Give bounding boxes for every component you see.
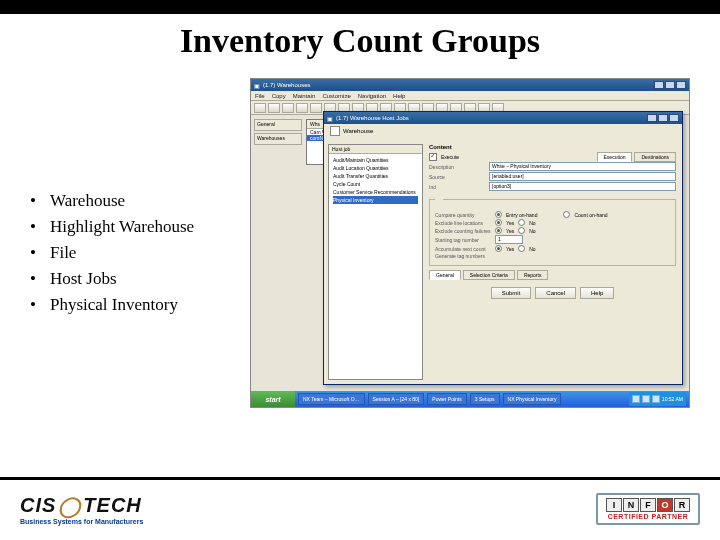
radio-no[interactable] xyxy=(518,227,525,234)
bullet-list: Warehouse Highlight Warehouse File Host … xyxy=(30,188,250,408)
tray-icon[interactable] xyxy=(652,395,660,403)
tray-icon[interactable] xyxy=(642,395,650,403)
taskbar-item[interactable]: NX Physical Inventory xyxy=(503,393,562,405)
slide-top-bar xyxy=(0,0,720,14)
toolbar-button[interactable] xyxy=(254,103,266,113)
toolbar-button[interactable] xyxy=(296,103,308,113)
col-whs[interactable]: Whs xyxy=(307,120,324,128)
bullet-item: Highlight Warehouse xyxy=(30,214,250,240)
accumulate-label: Accumulate next count xyxy=(435,246,491,252)
starting-tag-field[interactable]: 1 xyxy=(495,235,523,244)
cancel-button[interactable]: Cancel xyxy=(535,287,576,299)
system-tray[interactable]: 10:52 AM xyxy=(629,392,686,406)
cistech-logo: CIS◯TECH Business Systems for Manufactur… xyxy=(20,494,143,525)
menu-copy[interactable]: Copy xyxy=(272,93,286,99)
inner-window: ▣ (1.7) Warehouse Host Jobs Warehouse Ho… xyxy=(323,111,683,385)
close-icon[interactable] xyxy=(676,81,686,89)
content-label: Content xyxy=(429,144,676,150)
compare-opt2: Count on-hand xyxy=(574,212,607,218)
taskbar-item[interactable]: NX Team – Microsoft O… xyxy=(298,393,365,405)
yes-label: Yes xyxy=(506,220,514,226)
menu-maintain[interactable]: Maintain xyxy=(293,93,316,99)
menu-file[interactable]: File xyxy=(255,93,265,99)
tab-general[interactable]: General xyxy=(429,270,461,280)
submit-button[interactable]: Submit xyxy=(491,287,532,299)
tree-item[interactable]: Cycle Count xyxy=(333,180,418,188)
tab-execution[interactable]: Execution xyxy=(597,152,633,162)
compare-radio-count[interactable] xyxy=(563,211,570,218)
source-field[interactable]: [enabled:user] xyxy=(489,172,676,181)
yes-label: Yes xyxy=(506,246,514,252)
tab-destinations[interactable]: Destinations xyxy=(634,152,676,162)
outer-window: ▣ (1.7) Warehouses File Copy Maintain Cu… xyxy=(251,79,689,407)
radio-no[interactable] xyxy=(518,245,525,252)
menu-help[interactable]: Help xyxy=(393,93,405,99)
tree-item[interactable]: Audit Transfer Quantities xyxy=(333,172,418,180)
ind-field[interactable]: [option3] xyxy=(489,182,676,191)
maximize-icon[interactable] xyxy=(665,81,675,89)
starting-tag-label: Starting tag number xyxy=(435,237,491,243)
tab-reports[interactable]: Reports xyxy=(517,270,549,280)
tray-icon[interactable] xyxy=(632,395,640,403)
tab-selection-criteria[interactable]: Selection Criteria xyxy=(463,270,515,280)
tree-item[interactable]: Audit/Maintain Quantities xyxy=(333,156,418,164)
app-icon: ▣ xyxy=(254,82,260,89)
taskbar-item[interactable]: 3 Setups xyxy=(470,393,500,405)
slide-title: Inventory Count Groups xyxy=(0,22,720,60)
infor-tag: CERTIFIED PARTNER xyxy=(606,513,690,520)
window-controls[interactable] xyxy=(653,81,686,90)
taskbar-item[interactable]: Power Points xyxy=(427,393,466,405)
toolbar-button[interactable] xyxy=(268,103,280,113)
tree-item[interactable]: Customer Service Recommendations xyxy=(333,188,418,196)
tree-item-selected[interactable]: Physical Inventory xyxy=(333,196,418,204)
footer-divider xyxy=(0,477,720,480)
radio-no[interactable] xyxy=(518,219,525,226)
help-button[interactable]: Help xyxy=(580,287,614,299)
host-job-tree[interactable]: Host job Audit/Maintain Quantities Audit… xyxy=(328,144,423,380)
ind-label: Ind xyxy=(429,184,485,190)
minimize-icon[interactable] xyxy=(647,114,657,122)
tree-header: Host job xyxy=(329,145,422,154)
compare-radio-entry[interactable] xyxy=(495,211,502,218)
bullet-item: Host Jobs xyxy=(30,266,250,292)
options-group: Compare quantity Entry on-hand Count on-… xyxy=(429,199,676,266)
radio-yes[interactable] xyxy=(495,219,502,226)
start-button[interactable]: start xyxy=(251,391,295,407)
compare-label: Compare quantity xyxy=(435,212,491,218)
menu-customize[interactable]: Customize xyxy=(322,93,350,99)
menu-bar[interactable]: File Copy Maintain Customize Navigation … xyxy=(251,91,689,101)
exclude-line-label: Exclude line locations xyxy=(435,220,491,226)
infor-badge: INFOR CERTIFIED PARTNER xyxy=(596,493,700,525)
sidebar-item-warehouses[interactable]: Warehouses xyxy=(254,133,302,145)
radio-yes[interactable] xyxy=(495,227,502,234)
bullet-item: Warehouse xyxy=(30,188,250,214)
description-label: Description xyxy=(429,164,485,170)
description-field[interactable]: Whse – Physical Inventory xyxy=(489,162,676,171)
exclude-count-label: Exclude counting failures xyxy=(435,228,491,234)
taskbar[interactable]: start NX Team – Microsoft O… Session A –… xyxy=(251,391,689,407)
radio-yes[interactable] xyxy=(495,245,502,252)
toolbar-button[interactable] xyxy=(282,103,294,113)
close-icon[interactable] xyxy=(669,114,679,122)
sidebar-item-general[interactable]: General xyxy=(254,119,302,131)
yes-label: Yes xyxy=(506,228,514,234)
menu-navigation[interactable]: Navigation xyxy=(358,93,386,99)
minimize-icon[interactable] xyxy=(654,81,664,89)
window-controls[interactable] xyxy=(646,114,679,123)
cistech-tagline: Business Systems for Manufacturers xyxy=(20,518,143,525)
execute-label: Execute xyxy=(441,154,459,160)
content-tabs[interactable]: Execution Destinations xyxy=(597,152,676,162)
execute-checkbox[interactable] xyxy=(429,153,437,161)
options-title xyxy=(435,196,443,202)
toolbar-button[interactable] xyxy=(310,103,322,113)
bottom-tabs[interactable]: General Selection Criteria Reports xyxy=(429,270,676,280)
taskbar-item[interactable]: Session A – [24 x 80] xyxy=(368,393,425,405)
app-icon: ▣ xyxy=(327,115,333,122)
clock: 10:52 AM xyxy=(662,396,683,402)
inner-titlebar[interactable]: ▣ (1.7) Warehouse Host Jobs xyxy=(324,112,682,124)
outer-sidebar: General Warehouses xyxy=(254,119,302,147)
outer-titlebar[interactable]: ▣ (1.7) Warehouses xyxy=(251,79,689,91)
tree-item[interactable]: Audit Location Quantities xyxy=(333,164,418,172)
source-label: Source xyxy=(429,174,485,180)
maximize-icon[interactable] xyxy=(658,114,668,122)
